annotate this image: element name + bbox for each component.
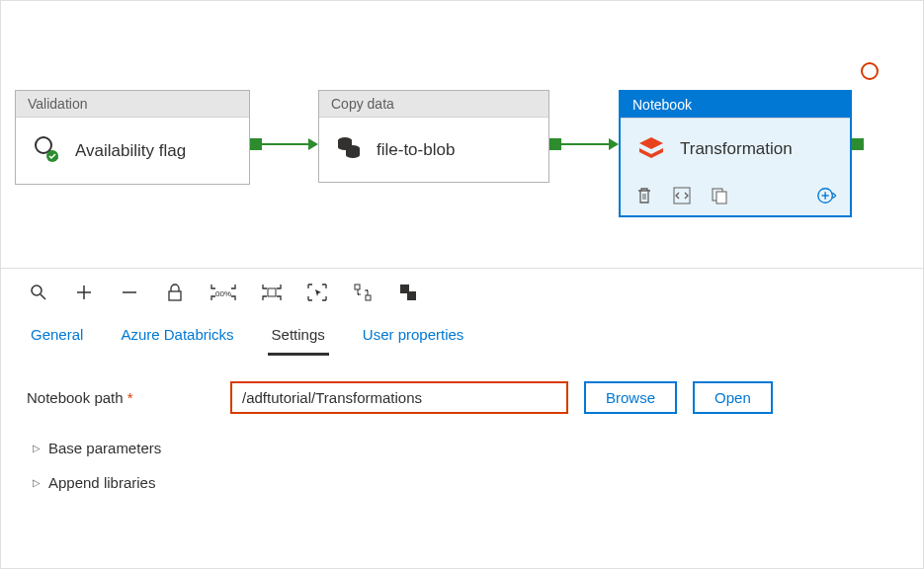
activity-notebook[interactable]: Notebook Transformation [619, 90, 852, 217]
required-indicator: * [127, 389, 133, 406]
chevron-right-icon: ▷ [33, 477, 41, 488]
databricks-icon [636, 134, 666, 164]
svg-rect-21 [355, 284, 360, 289]
svg-rect-18 [169, 291, 181, 300]
svg-rect-22 [366, 295, 371, 300]
zoom-reset-icon[interactable]: 00% [210, 283, 236, 302]
activity-header: Copy data [319, 91, 548, 118]
connector-line [262, 143, 308, 145]
pipeline-canvas[interactable]: Validation Availability flag Copy data [1, 1, 923, 268]
svg-point-13 [32, 285, 42, 295]
connector-arrow [609, 138, 619, 150]
open-button[interactable]: Open [693, 381, 773, 414]
plus-icon[interactable] [74, 283, 94, 302]
connector-port [852, 138, 864, 150]
connector-line [561, 143, 609, 145]
fit-screen-icon[interactable] [262, 283, 282, 302]
activity-header: Notebook [621, 92, 850, 119]
notebook-path-label: Notebook path * [27, 389, 214, 406]
minus-icon[interactable] [120, 283, 139, 302]
add-output-icon[interactable] [816, 186, 836, 205]
highlight-circle [861, 62, 879, 80]
append-libraries-expander[interactable]: ▷ Append libraries [33, 474, 897, 491]
svg-rect-9 [716, 192, 726, 203]
connector-port [549, 138, 561, 150]
activity-copy[interactable]: Copy data file-to-blob [318, 90, 549, 183]
search-check-icon [32, 133, 61, 168]
activity-validation[interactable]: Validation Availability flag [15, 90, 250, 185]
svg-line-14 [41, 294, 45, 299]
connector-arrow [308, 138, 318, 150]
activity-name: Transformation [680, 139, 793, 159]
tab-azure-databricks[interactable]: Azure Databricks [117, 320, 237, 356]
svg-rect-24 [407, 291, 416, 300]
canvas-toolbar: 00% [1, 268, 923, 312]
browse-button[interactable]: Browse [584, 381, 677, 414]
auto-align-icon[interactable] [353, 283, 373, 302]
svg-point-0 [36, 137, 51, 153]
delete-icon[interactable] [634, 186, 654, 205]
notebook-path-input[interactable] [230, 381, 568, 414]
search-icon[interactable] [29, 283, 48, 302]
tab-general[interactable]: General [27, 320, 87, 356]
tab-user-properties[interactable]: User properties [359, 320, 468, 356]
chevron-right-icon: ▷ [33, 443, 41, 453]
copy-icon[interactable] [710, 186, 729, 205]
tab-settings[interactable]: Settings [268, 320, 329, 356]
activity-header: Validation [16, 91, 249, 118]
settings-panel: Notebook path * Browse Open ▷ Base param… [1, 356, 923, 521]
expander-label: Base parameters [48, 440, 161, 456]
activity-name: Availability flag [75, 141, 186, 161]
base-parameters-expander[interactable]: ▷ Base parameters [33, 440, 897, 456]
svg-rect-20 [268, 288, 276, 296]
expander-label: Append libraries [48, 474, 155, 491]
select-icon[interactable] [307, 283, 327, 302]
code-icon[interactable] [672, 186, 692, 205]
database-copy-icon [335, 133, 363, 166]
connector-port [250, 138, 262, 150]
property-tabs: General Azure Databricks Settings User p… [1, 312, 923, 356]
svg-text:00%: 00% [215, 289, 231, 298]
lock-icon[interactable] [165, 283, 185, 302]
layers-icon[interactable] [398, 283, 418, 302]
activity-name: file-to-blob [377, 140, 455, 160]
